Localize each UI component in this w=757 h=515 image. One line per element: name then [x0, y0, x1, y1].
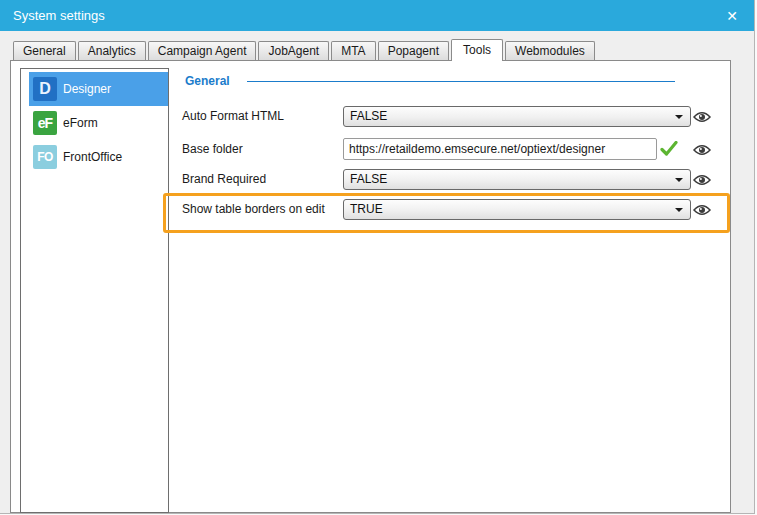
dropdown-value: TRUE: [350, 202, 383, 216]
base-folder-input[interactable]: [343, 138, 657, 160]
section-title: General: [185, 74, 230, 88]
chevron-down-icon: [675, 208, 683, 212]
auto-format-html-label: Auto Format HTML: [182, 109, 337, 123]
show-table-borders-dropdown[interactable]: TRUE: [343, 199, 691, 220]
eye-icon[interactable]: [692, 203, 712, 217]
designer-icon: D: [33, 77, 57, 101]
brand-required-label: Brand Required: [182, 172, 337, 186]
dropdown-value: FALSE: [350, 172, 387, 186]
list-item-frontoffice[interactable]: FO FrontOffice: [29, 140, 168, 174]
tab-popagent[interactable]: Popagent: [378, 41, 449, 60]
tab-webmodules[interactable]: Webmodules: [505, 41, 595, 60]
eform-icon: eF: [33, 111, 57, 135]
eye-icon[interactable]: [692, 173, 712, 187]
chevron-down-icon: [675, 115, 683, 119]
valid-check-icon: [660, 141, 678, 156]
list-item-label: Designer: [63, 82, 111, 96]
show-table-borders-label: Show table borders on edit: [182, 202, 337, 216]
dropdown-value: FALSE: [350, 109, 387, 123]
tab-mta[interactable]: MTA: [331, 41, 375, 60]
section-rule: [247, 81, 675, 82]
window-title: System settings: [0, 8, 105, 23]
auto-format-html-dropdown[interactable]: FALSE: [343, 106, 691, 127]
eye-icon[interactable]: [692, 110, 712, 124]
frontoffice-icon: FO: [33, 145, 57, 169]
list-item-label: eForm: [63, 116, 98, 130]
tools-tab-panel: D Designer eF eForm FO FrontOffice Gener…: [10, 60, 731, 513]
close-icon[interactable]: ✕: [720, 0, 744, 31]
base-folder-label: Base folder: [182, 142, 337, 156]
list-item-eform[interactable]: eF eForm: [29, 106, 168, 140]
module-list: D Designer eF eForm FO FrontOffice: [20, 68, 169, 513]
tab-campaign-agent[interactable]: Campaign Agent: [148, 41, 257, 60]
tab-strip: General Analytics Campaign Agent JobAgen…: [13, 39, 597, 60]
chevron-down-icon: [675, 178, 683, 182]
title-bar: System settings ✕: [0, 0, 754, 31]
list-item-designer[interactable]: D Designer: [29, 72, 168, 106]
tab-tools[interactable]: Tools: [451, 39, 503, 61]
system-settings-dialog: System settings ✕ General Analytics Camp…: [0, 0, 755, 514]
tab-general[interactable]: General: [13, 41, 76, 60]
tab-jobagent[interactable]: JobAgent: [258, 41, 329, 60]
list-item-label: FrontOffice: [63, 150, 122, 164]
brand-required-dropdown[interactable]: FALSE: [343, 169, 691, 190]
eye-icon[interactable]: [692, 143, 712, 157]
tab-analytics[interactable]: Analytics: [78, 41, 146, 60]
